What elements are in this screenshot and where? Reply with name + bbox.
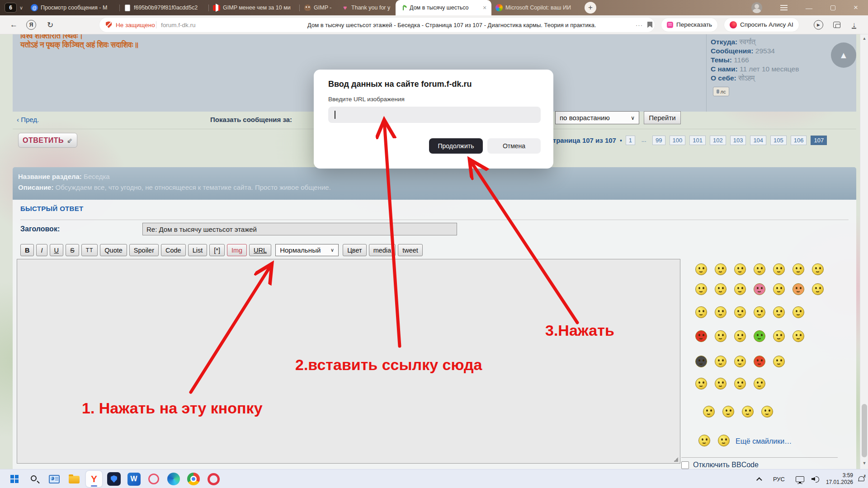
continue-button[interactable]: Продолжить bbox=[429, 138, 483, 154]
new-tab-button[interactable]: + bbox=[585, 2, 596, 14]
chrome-icon[interactable] bbox=[185, 471, 202, 487]
bbcode-button[interactable]: S bbox=[66, 244, 79, 256]
bbcode-button[interactable]: U bbox=[50, 244, 63, 256]
sort-order-select[interactable]: по возрастанию ∨ bbox=[555, 111, 639, 124]
smiley-icon[interactable] bbox=[754, 283, 765, 295]
smiley-icon[interactable] bbox=[754, 356, 765, 367]
smiley-icon[interactable] bbox=[698, 435, 710, 446]
scroll-up-icon[interactable]: ▲ bbox=[860, 36, 868, 41]
smiley-icon[interactable] bbox=[695, 263, 707, 275]
bbcode-button[interactable]: Spoiler bbox=[129, 244, 159, 256]
page-number[interactable]: 106 bbox=[791, 136, 807, 145]
clock[interactable]: 3:59 17.01.2026 bbox=[826, 472, 853, 486]
cancel-button[interactable]: Отмена bbox=[487, 138, 541, 154]
smiley-icon[interactable] bbox=[754, 330, 765, 342]
smiley-icon[interactable] bbox=[773, 283, 785, 295]
bbcode-button[interactable]: [*] bbox=[209, 244, 225, 256]
bbcode-button[interactable]: Code bbox=[161, 244, 186, 256]
menu-icon[interactable] bbox=[780, 7, 788, 8]
page-number[interactable]: 104 bbox=[750, 136, 766, 145]
scroll-to-top-button[interactable]: ▲ bbox=[831, 42, 856, 68]
smiley-icon[interactable] bbox=[695, 378, 707, 389]
shield-app-icon[interactable] bbox=[106, 471, 122, 487]
edge-icon[interactable] bbox=[165, 471, 182, 487]
page-scrollbar[interactable]: ▲ ▼ bbox=[860, 34, 868, 469]
more-smileys-link[interactable]: Ещё смайлики… bbox=[736, 437, 792, 446]
restore-button[interactable] bbox=[830, 5, 835, 10]
page-number[interactable]: 101 bbox=[689, 136, 706, 145]
font-size-select[interactable]: Нормальный ∨ bbox=[275, 244, 339, 256]
smiley-icon[interactable] bbox=[793, 283, 804, 295]
smiley-icon[interactable] bbox=[695, 330, 707, 342]
bbcode-checkbox[interactable] bbox=[681, 461, 689, 469]
browser-tab[interactable]: GIMP менее чем за 10 ми bbox=[209, 0, 299, 15]
smiley-icon[interactable] bbox=[793, 263, 804, 275]
smiley-icon[interactable] bbox=[695, 283, 707, 295]
ask-alice-button[interactable]: Спросить Алису AI bbox=[724, 18, 799, 32]
page-number[interactable]: 103 bbox=[730, 136, 746, 145]
smiley-icon[interactable] bbox=[812, 263, 824, 275]
smiley-icon[interactable] bbox=[754, 306, 765, 318]
smiley-icon[interactable] bbox=[754, 378, 765, 389]
smiley-icon[interactable] bbox=[734, 378, 746, 389]
volume-icon[interactable] bbox=[811, 475, 820, 483]
smiley-icon[interactable] bbox=[773, 356, 785, 367]
page-number[interactable]: 99 bbox=[652, 136, 665, 145]
smiley-icon[interactable] bbox=[722, 406, 734, 418]
smiley-icon[interactable] bbox=[793, 306, 804, 318]
bookmark-icon[interactable] bbox=[647, 22, 652, 28]
opera-icon[interactable] bbox=[205, 471, 222, 487]
collections-icon[interactable] bbox=[833, 22, 840, 28]
close-window-button[interactable]: × bbox=[854, 3, 858, 12]
profile-avatar[interactable] bbox=[751, 2, 762, 13]
bbcode-button[interactable]: media bbox=[369, 244, 396, 256]
yandex-icon[interactable]: Я bbox=[26, 20, 36, 30]
smiley-icon[interactable] bbox=[734, 263, 746, 275]
url-field[interactable]: Не защищено forum.f-dk.ru Дом в тысячу ш… bbox=[99, 18, 655, 32]
smiley-icon[interactable] bbox=[718, 435, 730, 446]
yandex-browser-icon[interactable]: Y bbox=[86, 471, 102, 487]
start-button[interactable] bbox=[6, 471, 23, 487]
minimize-button[interactable]: — bbox=[806, 4, 812, 12]
smiley-icon[interactable] bbox=[715, 330, 726, 342]
smiley-icon[interactable] bbox=[703, 406, 715, 418]
smiley-icon[interactable] bbox=[734, 330, 746, 342]
smiley-icon[interactable] bbox=[734, 356, 746, 367]
smiley-icon[interactable] bbox=[773, 263, 785, 275]
smiley-icon[interactable] bbox=[715, 356, 726, 367]
smiley-icon[interactable] bbox=[812, 283, 824, 295]
bbcode-button[interactable]: B bbox=[20, 244, 34, 256]
browser-tab[interactable]: ♥ Thank you for y bbox=[341, 0, 396, 15]
reply-button[interactable]: ОТВЕТИТЬ ⇙ bbox=[18, 133, 77, 148]
tray-chevron-icon[interactable] bbox=[756, 477, 762, 483]
bbcode-button[interactable]: Quote bbox=[100, 244, 127, 256]
bbcode-button[interactable]: URL bbox=[249, 244, 271, 256]
smiley-icon[interactable] bbox=[734, 306, 746, 318]
page-number[interactable]: 1 bbox=[626, 136, 635, 145]
browser-tab-active[interactable]: Дом в тысячу шестьсо × bbox=[396, 0, 491, 15]
smiley-icon[interactable] bbox=[715, 306, 726, 318]
bbcode-button[interactable]: List bbox=[188, 244, 208, 256]
page-number[interactable]: 107 bbox=[811, 136, 827, 145]
bbcode-button[interactable]: Img bbox=[227, 244, 247, 256]
more-icon[interactable]: ··· bbox=[636, 21, 643, 28]
private-message-button[interactable]: лс bbox=[713, 87, 729, 96]
resize-handle[interactable] bbox=[674, 457, 678, 462]
browser-tab[interactable]: Microsoft Copilot: ваш ИИ bbox=[491, 0, 580, 15]
bbcode-button[interactable]: I bbox=[36, 244, 47, 256]
browser-tab[interactable]: @ Просмотр сообщения - M bbox=[27, 0, 119, 15]
smiley-icon[interactable] bbox=[773, 306, 785, 318]
tab-counter-button[interactable]: 6 bbox=[5, 3, 17, 13]
smiley-icon[interactable] bbox=[742, 406, 754, 418]
smiley-icon[interactable] bbox=[715, 378, 726, 389]
file-explorer-icon[interactable] bbox=[66, 471, 82, 487]
word-icon[interactable]: W bbox=[126, 471, 142, 487]
scrollbar-thumb[interactable] bbox=[862, 404, 867, 457]
bbcode-button[interactable]: Цвет bbox=[343, 244, 367, 256]
chevron-down-icon[interactable]: ∨ bbox=[19, 5, 23, 11]
smiley-icon[interactable] bbox=[715, 283, 726, 295]
bbcode-button[interactable]: TT bbox=[81, 244, 98, 256]
smiley-icon[interactable] bbox=[754, 263, 765, 275]
smiley-icon[interactable] bbox=[715, 263, 726, 275]
page-number[interactable]: 100 bbox=[670, 136, 686, 145]
